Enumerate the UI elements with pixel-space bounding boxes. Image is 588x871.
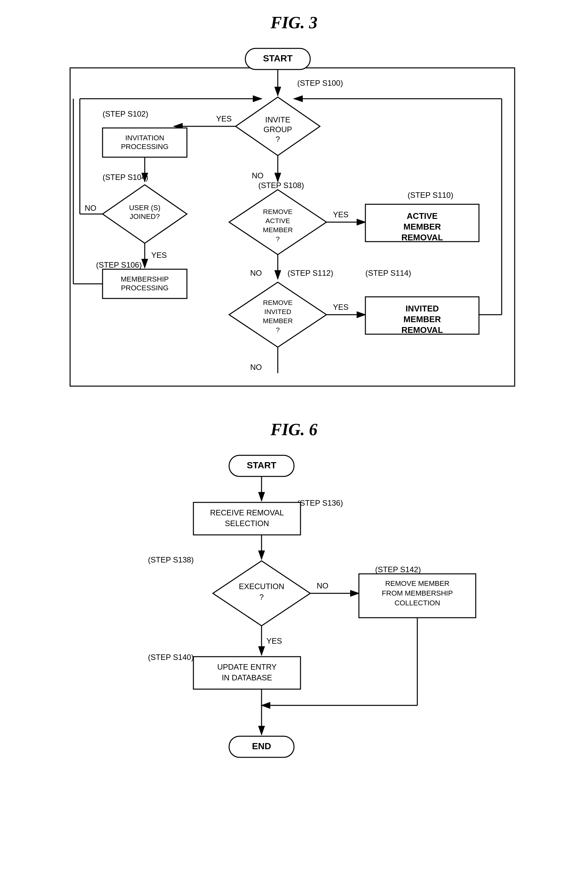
svg-text:START: START — [263, 53, 293, 63]
svg-text:NO: NO — [85, 204, 96, 213]
svg-text:INVITE: INVITE — [265, 115, 290, 124]
svg-text:(STEP S114): (STEP S114) — [366, 269, 411, 277]
svg-text:?: ? — [259, 593, 264, 602]
svg-text:USER (S): USER (S) — [129, 204, 161, 212]
svg-rect-91 — [193, 657, 300, 689]
svg-text:INVITED: INVITED — [406, 304, 439, 313]
svg-text:COLLECTION: COLLECTION — [395, 599, 440, 607]
svg-text:MEMBER: MEMBER — [403, 314, 441, 324]
svg-text:(STEP S136): (STEP S136) — [297, 498, 343, 507]
fig6-diagram: START (STEP S136) RECEIVE REMOVAL SELECT… — [51, 449, 537, 807]
svg-rect-73 — [193, 503, 300, 535]
svg-text:EXECUTION: EXECUTION — [239, 582, 284, 591]
svg-text:SELECTION: SELECTION — [225, 519, 269, 528]
svg-text:PROCESSING: PROCESSING — [121, 284, 169, 292]
svg-text:NO: NO — [317, 581, 328, 590]
svg-text:(STEP S138): (STEP S138) — [148, 555, 194, 564]
svg-text:ACTIVE: ACTIVE — [407, 211, 437, 221]
svg-text:YES: YES — [266, 636, 282, 645]
svg-text:INVITATION: INVITATION — [125, 134, 164, 142]
fig3-title: FIG. 3 — [271, 13, 317, 32]
svg-text:(STEP S140): (STEP S140) — [148, 653, 194, 661]
svg-text:?: ? — [276, 326, 280, 334]
svg-text:NO: NO — [252, 171, 264, 180]
svg-text:(STEP S104): (STEP S104) — [103, 173, 148, 181]
svg-text:YES: YES — [333, 210, 349, 219]
svg-text:REMOVAL: REMOVAL — [401, 325, 443, 335]
svg-text:MEMBERSHIP: MEMBERSHIP — [121, 275, 169, 283]
svg-text:ACTIVE: ACTIVE — [266, 217, 290, 224]
svg-text:?: ? — [276, 235, 280, 242]
svg-text:MEMBER: MEMBER — [403, 222, 441, 232]
svg-text:INVITED: INVITED — [264, 308, 291, 315]
svg-text:(STEP S106): (STEP S106) — [96, 260, 142, 269]
svg-text:PROCESSING: PROCESSING — [121, 142, 169, 151]
svg-text:(STEP S142): (STEP S142) — [375, 565, 421, 574]
svg-text:MEMBER: MEMBER — [263, 226, 293, 233]
svg-text:?: ? — [276, 135, 280, 144]
svg-text:START: START — [246, 460, 276, 470]
svg-text:NO: NO — [250, 269, 262, 277]
svg-text:NO: NO — [250, 363, 262, 371]
svg-text:YES: YES — [216, 114, 232, 123]
svg-text:YES: YES — [333, 303, 349, 311]
svg-text:(STEP S100): (STEP S100) — [297, 79, 343, 87]
svg-text:REMOVE: REMOVE — [263, 299, 293, 306]
svg-text:RECEIVE REMOVAL: RECEIVE REMOVAL — [210, 508, 284, 517]
svg-text:REMOVAL: REMOVAL — [401, 232, 443, 242]
svg-text:REMOVE: REMOVE — [263, 208, 293, 216]
svg-text:IN DATABASE: IN DATABASE — [222, 673, 272, 682]
svg-text:(STEP S102): (STEP S102) — [103, 109, 148, 118]
svg-text:END: END — [252, 741, 271, 751]
svg-text:(STEP S108): (STEP S108) — [258, 181, 304, 190]
svg-text:YES: YES — [151, 251, 167, 259]
svg-text:MEMBER: MEMBER — [263, 317, 293, 325]
fig6-title: FIG. 6 — [271, 420, 317, 439]
svg-text:(STEP S110): (STEP S110) — [407, 191, 453, 199]
svg-text:UPDATE ENTRY: UPDATE ENTRY — [217, 663, 276, 671]
svg-text:JOINED?: JOINED? — [130, 213, 160, 220]
fig3-diagram: START (STEP S100) INVITE GROUP ? YES (ST… — [51, 42, 537, 400]
svg-text:GROUP: GROUP — [264, 125, 292, 134]
svg-text:FROM MEMBERSHIP: FROM MEMBERSHIP — [382, 589, 453, 597]
svg-text:REMOVE MEMBER: REMOVE MEMBER — [385, 579, 449, 588]
svg-text:(STEP S112): (STEP S112) — [288, 269, 333, 277]
